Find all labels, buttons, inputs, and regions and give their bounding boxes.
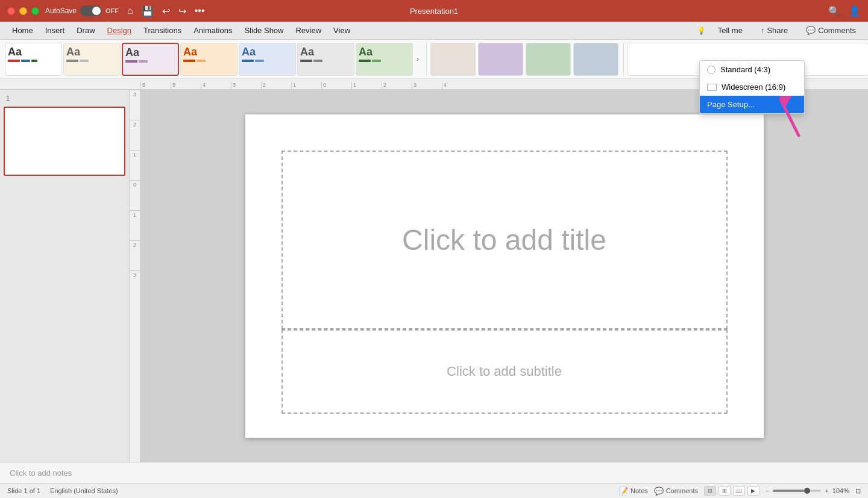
menu-home[interactable]: Home [6,24,39,37]
home-icon[interactable]: ⌂ [127,5,133,16]
title-bar-icons: ⌂ 💾 ↩ ↪ ••• [127,5,204,17]
title-bar-right: 🔍 👤 [828,5,861,17]
zoom-in-icon[interactable]: + [825,487,828,494]
theme-4[interactable]: Aa [239,43,296,76]
slide-number: 1 [4,95,125,102]
presenter-view-button[interactable]: ▶ [747,486,760,496]
traffic-lights [7,7,39,15]
zoom-slider-thumb [804,488,810,494]
save-icon[interactable]: 💾 [142,5,154,17]
menu-slideshow[interactable]: Slide Show [238,24,289,37]
theme-1[interactable]: Aa [63,43,121,76]
menu-design[interactable]: Design [101,24,137,37]
title-bar: AutoSave OFF ⌂ 💾 ↩ ↪ ••• Presentation1 🔍… [0,0,868,22]
ruler-v-mark: 0 [130,180,140,210]
ruler-v-mark: 2 [130,120,140,150]
variant-2[interactable] [478,43,523,76]
variant-3[interactable] [526,43,571,76]
zoom-level: 104% [832,487,849,494]
canvas-area: Click to add title Click to add subtitle [140,90,868,462]
slide-title-box[interactable]: Click to add title [281,151,728,329]
slide-info: Slide 1 of 1 [7,487,40,494]
menu-insert[interactable]: Insert [39,24,71,37]
themes-more-button[interactable]: › [414,52,421,66]
fit-icon[interactable]: ⊡ [855,487,861,495]
comments-button[interactable]: 💬 Comments [800,24,862,37]
zoom-out-icon[interactable]: − [766,487,769,494]
main-area: 1 3 2 1 0 1 2 3 Click to add title Click… [0,90,868,462]
menu-animations[interactable]: Animations [187,24,238,37]
autosave-label: AutoSave [45,7,77,15]
slide-size-dropdown-menu: Standard (4:3) Widescreen (16:9) Page Se… [699,60,805,114]
reading-view-button[interactable]: 📖 [733,486,745,496]
autosave-state: OFF [105,7,119,14]
widescreen-label: Widescreen (16:9) [722,82,785,92]
share-icon: ↑ [761,26,765,35]
ruler-h-marks: 6 5 4 3 2 1 0 1 2 3 4 [140,82,472,89]
close-button[interactable] [7,7,15,15]
slide-sorter-button[interactable]: ⊞ [719,486,731,496]
dropdown-widescreen[interactable]: Widescreen (16:9) [700,78,804,96]
menu-tellme[interactable]: Tell me [712,24,749,37]
standard-label: Standard (4:3) [720,65,770,74]
search-icon[interactable]: 🔍 [828,5,840,17]
theme-6[interactable]: Aa [356,43,413,76]
maximize-button[interactable] [31,7,39,15]
notes-label: Notes [631,487,648,494]
menu-draw[interactable]: Draw [71,24,101,37]
slide-title-placeholder: Click to add title [402,223,606,257]
comments-status-icon: 💬 [654,487,664,496]
page-setup-label: Page Setup... [707,100,755,109]
normal-view-button[interactable]: ⊟ [704,486,716,496]
zoom-area: − + 104% [766,487,849,494]
view-buttons: ⊟ ⊞ 📖 ▶ [704,486,760,496]
slide-panel: 1 [0,90,130,462]
notes-button[interactable]: 📝 Notes [618,487,648,496]
variant-4[interactable] [573,43,618,76]
menu-right: 💡 Tell me ↑ Share 💬 Comments [697,24,862,37]
variant-1[interactable] [430,43,476,76]
menu-review[interactable]: Review [289,24,327,37]
minimize-button[interactable] [19,7,27,15]
share-button[interactable]: ↑ Share [755,24,794,37]
comments-icon: 💬 [806,26,816,35]
theme-2[interactable]: Aa [122,43,179,76]
dropdown-standard[interactable]: Standard (4:3) [700,61,804,78]
menu-view[interactable]: View [327,24,356,37]
dropdown-page-setup[interactable]: Page Setup... [700,96,804,113]
slide-thumbnail-1[interactable] [4,107,125,176]
theme-5[interactable]: Aa [297,43,354,76]
status-left: Slide 1 of 1 English (United States) [7,487,118,494]
account-icon[interactable]: 👤 [849,5,861,17]
ruler-v-mark: 2 [130,240,140,270]
notes-area[interactable]: Click to add notes [0,462,868,483]
redo-icon[interactable]: ↪ [178,5,186,17]
ruler-v-mark: 3 [130,90,140,120]
comments-status-label: Comments [666,487,698,494]
zoom-slider-fill [773,490,804,492]
notes-icon: 📝 [618,487,628,496]
language-label: English (United States) [50,487,118,494]
slide-canvas: Click to add title Click to add subtitle [245,114,764,438]
ruler-v-mark: 1 [130,210,140,240]
zoom-slider[interactable] [773,490,821,492]
slide-subtitle-placeholder: Click to add subtitle [447,364,562,379]
widescreen-icon [707,84,717,91]
more-icon[interactable]: ••• [195,5,205,16]
autosave-toggle[interactable] [80,5,102,16]
comments-status-button[interactable]: 💬 Comments [654,487,698,496]
menu-transitions[interactable]: Transitions [137,24,187,37]
standard-radio [707,66,715,74]
ruler-v-mark: 1 [130,150,140,180]
undo-icon[interactable]: ↩ [162,5,170,17]
ribbon-themes: Aa Aa Aa [5,43,427,76]
slide-subtitle-box[interactable]: Click to add subtitle [281,329,728,414]
theme-3[interactable]: Aa [180,43,237,76]
ruler-vertical: 3 2 1 0 1 2 3 [130,90,140,462]
status-right: 📝 Notes 💬 Comments ⊟ ⊞ 📖 ▶ − + 104% ⊡ [618,486,861,496]
ribbon-variants [430,43,624,76]
theme-default[interactable]: Aa [5,43,62,76]
autosave-area: AutoSave OFF [45,5,119,16]
tell-me-icon: 💡 [697,26,706,35]
status-bar: Slide 1 of 1 English (United States) 📝 N… [0,483,868,498]
